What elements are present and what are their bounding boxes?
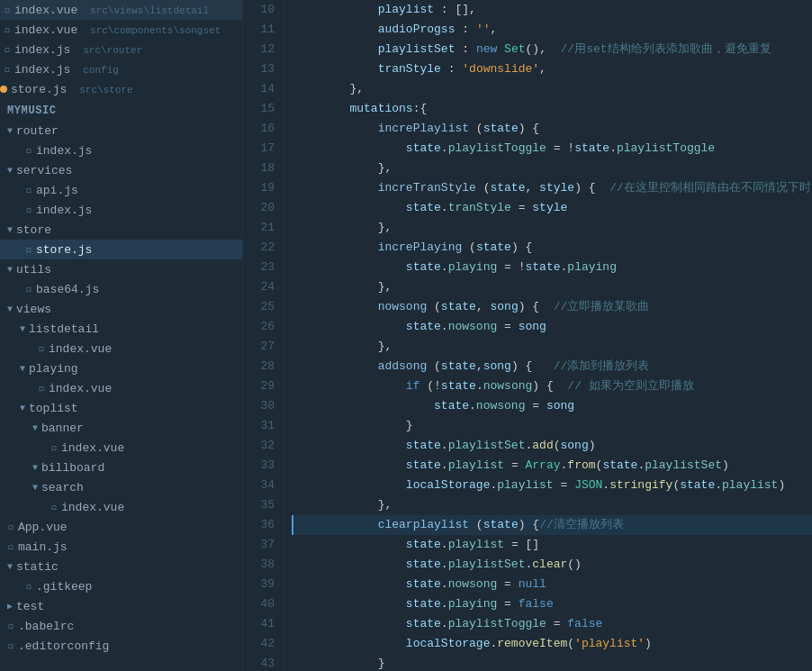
code-line-42: localStorage.removeItem('playlist') <box>293 634 812 654</box>
sidebar-item-listdetail-index-vue[interactable]: ◻ index.vue <box>0 339 242 358</box>
file-icon: ◻ <box>34 384 49 394</box>
expand-arrow-icon: ▼ <box>4 166 16 176</box>
code-line-21: }, <box>293 218 812 238</box>
code-line-43: } <box>293 654 812 671</box>
sidebar-item-utils[interactable]: ▼ utils <box>0 259 242 279</box>
sidebar-item-banner[interactable]: ▼ banner <box>0 418 242 438</box>
code-line-39: state.nowsong = null <box>293 575 812 594</box>
code-line-18: }, <box>293 159 812 178</box>
sidebar-item-banner-index-vue[interactable]: ◻ index.vue <box>0 438 242 458</box>
sidebar-item-main-js[interactable]: ◻ main.js <box>0 537 242 557</box>
sidebar-item-store-js-file[interactable]: ◻ store.js <box>0 240 242 259</box>
file-icon: ◻ <box>0 5 14 15</box>
code-line-38: state.playlistSet.clear() <box>293 555 812 575</box>
code-editor[interactable]: 10 11 12 13 14 15 16 17 18 19 20 21 22 2… <box>243 0 812 671</box>
expand-arrow-icon: ▼ <box>16 404 29 413</box>
expand-arrow-icon: ▼ <box>4 562 16 572</box>
code-line-10: playlist : [], <box>293 0 812 20</box>
file-icon: ◻ <box>22 186 36 195</box>
sidebar-item-search[interactable]: ▼ search <box>0 477 242 497</box>
expand-arrow-icon: ▼ <box>29 483 41 493</box>
code-line-16: increPlaylist (state) { <box>293 119 812 139</box>
sidebar-item-search-index-vue[interactable]: ◻ index.vue <box>0 497 242 517</box>
code-line-15: mutations:{ <box>293 99 812 119</box>
code-line-17: state.playlistToggle = !state.playlistTo… <box>293 139 812 159</box>
code-line-35: }, <box>293 495 812 515</box>
sidebar-item-views[interactable]: ▼ views <box>0 299 242 319</box>
sidebar-item-editorconfig[interactable]: ◻ .editorconfig <box>0 636 242 656</box>
sidebar-item-base64-js[interactable]: ◻ base64.js <box>0 279 242 299</box>
sidebar-item-gitkeep[interactable]: ◻ .gitkeep <box>0 576 242 596</box>
expand-arrow-icon: ▼ <box>4 304 16 314</box>
sidebar-item-playing[interactable]: ▼ playing <box>0 358 242 378</box>
code-line-20: state.tranStyle = style <box>293 198 812 218</box>
file-icon: ◻ <box>22 285 36 295</box>
sidebar-item-store[interactable]: ▼ store <box>0 220 242 240</box>
file-icon: ◻ <box>4 542 18 552</box>
sidebar-item-router[interactable]: ▼ router <box>0 121 242 141</box>
code-line-24: }, <box>293 277 812 297</box>
sidebar-item-static[interactable]: ▼ static <box>0 557 242 576</box>
section-mymusic: MYMUSIC <box>0 99 242 121</box>
code-line-22: increPlaying (state) { <box>293 238 812 258</box>
file-tree-sidebar[interactable]: ◻ index.vue src\views\listdetail ◻ index… <box>0 0 243 671</box>
code-line-32: state.playlistSet.add(song) <box>293 436 812 456</box>
code-line-34: localStorage.playlist = JSON.stringify(s… <box>293 476 812 495</box>
code-line-37: state.playlist = [] <box>293 535 812 555</box>
file-icon: ◻ <box>47 503 61 512</box>
file-icon: ◻ <box>34 344 49 354</box>
code-line-31: } <box>293 416 812 436</box>
sidebar-item-api-js[interactable]: ◻ api.js <box>0 180 242 200</box>
code-line-33: state.playlist = Array.from(state.playli… <box>293 456 812 476</box>
file-icon: ◻ <box>47 443 61 453</box>
file-icon: ◻ <box>22 146 36 156</box>
expand-arrow-icon: ▼ <box>29 423 41 433</box>
line-numbers: 10 11 12 13 14 15 16 17 18 19 20 21 22 2… <box>243 0 284 671</box>
expand-arrow-icon: ▼ <box>4 265 16 275</box>
file-icon: ◻ <box>4 641 18 651</box>
sidebar-item-index-js-config[interactable]: ◻ index.js config <box>0 59 242 79</box>
code-line-14: }, <box>293 79 812 99</box>
code-content: playlist : [], audioProgss : '', playlis… <box>284 0 812 671</box>
sidebar-item-store-js[interactable]: store.js src\store <box>0 79 242 99</box>
code-line-29: if (!state.nowsong) { // 如果为空则立即播放 <box>293 376 812 396</box>
code-line-19: increTranStyle (state, style) { //在这里控制相… <box>293 178 812 198</box>
expand-arrow-icon: ▼ <box>29 463 41 473</box>
code-line-28: addsong (state,song) { //添加到播放列表 <box>293 357 812 376</box>
sidebar-item-index-vue-songset[interactable]: ◻ index.vue src\components\songset <box>0 20 242 40</box>
expand-arrow-icon: ▼ <box>4 225 16 235</box>
sidebar-item-app-vue[interactable]: ◻ App.vue <box>0 517 242 537</box>
sidebar-item-index-vue-listdetail[interactable]: ◻ index.vue src\views\listdetail <box>0 0 242 20</box>
sidebar-item-billboard[interactable]: ▼ billboard <box>0 458 242 477</box>
file-icon: ◻ <box>0 65 14 75</box>
sidebar-item-index-js-router[interactable]: ◻ index.js src\router <box>0 40 242 59</box>
code-line-41: state.playlistToggle = false <box>293 614 812 634</box>
code-line-11: audioProgss : '', <box>293 20 812 40</box>
code-line-30: state.nowsong = song <box>293 396 812 416</box>
sidebar-item-services[interactable]: ▼ services <box>0 160 242 180</box>
sidebar-item-services-index-js[interactable]: ◻ index.js <box>0 200 242 220</box>
expand-arrow-icon: ▼ <box>16 364 29 374</box>
code-line-25: nowsong (state, song) { //立即播放某歌曲 <box>293 297 812 317</box>
code-area: 10 11 12 13 14 15 16 17 18 19 20 21 22 2… <box>243 0 812 671</box>
file-icon: ◻ <box>4 522 18 532</box>
file-icon: ◻ <box>4 621 18 631</box>
expand-arrow-icon: ▼ <box>16 324 29 334</box>
sidebar-item-listdetail[interactable]: ▼ listdetail <box>0 319 242 339</box>
file-icon: ◻ <box>22 582 36 592</box>
sidebar-item-babelrc[interactable]: ◻ .babelrc <box>0 616 242 636</box>
file-icon: ◻ <box>0 45 14 55</box>
file-icon: ◻ <box>22 245 36 255</box>
sidebar-item-playing-index-vue[interactable]: ◻ index.vue <box>0 378 242 398</box>
sidebar-item-router-index-js[interactable]: ◻ index.js <box>0 141 242 160</box>
sidebar-item-test[interactable]: ▶ test <box>0 596 242 616</box>
file-icon: ◻ <box>22 205 36 215</box>
file-icon: ◻ <box>0 25 14 35</box>
code-line-36: clearplaylist (state) {//清空播放列表 <box>292 515 812 535</box>
code-line-27: }, <box>293 337 812 357</box>
code-line-23: state.playing = !state.playing <box>293 258 812 277</box>
code-line-13: tranStyle : 'downslide', <box>293 59 812 79</box>
sidebar-item-toplist[interactable]: ▼ toplist <box>0 398 242 418</box>
code-line-12: playlistSet : new Set(), //用set结构给列表添加歌曲… <box>293 40 812 59</box>
code-line-26: state.nowsong = song <box>293 317 812 337</box>
